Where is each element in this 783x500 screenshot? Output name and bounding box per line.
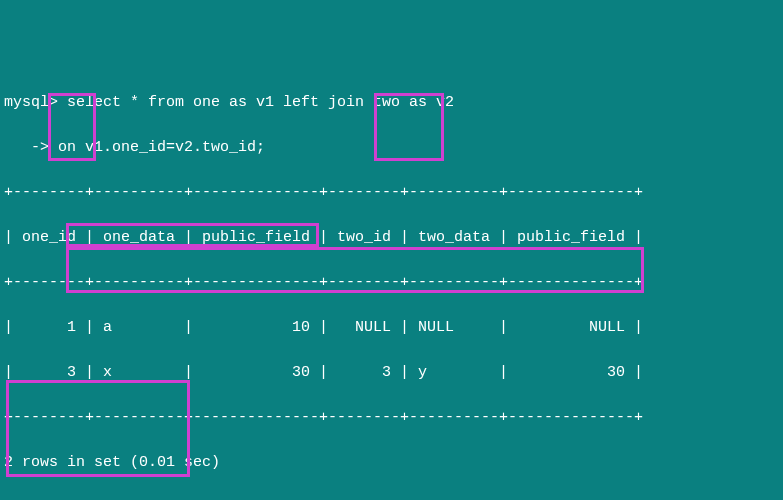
- table1-border-top: +--------+----------+--------------+----…: [4, 182, 779, 205]
- table1-result: 2 rows in set (0.01 sec): [4, 452, 779, 475]
- mysql-prompt: mysql>: [4, 94, 58, 111]
- query1-line1: mysql> select * from one as v1 left join…: [4, 92, 779, 115]
- table1-row1: | 1 | a | 10 | NULL | NULL | NULL |: [4, 317, 779, 340]
- continuation-prompt: ->: [4, 139, 49, 156]
- table1-row2: | 3 | x | 30 | 3 | y | 30 |: [4, 362, 779, 385]
- table1-header: | one_id | one_data | public_field | two…: [4, 227, 779, 250]
- query1-line2: -> on v1.one_id=v2.two_id;: [4, 137, 779, 160]
- table1-border-bot: +--------+----------+--------------+----…: [4, 407, 779, 430]
- table1-border-mid: +--------+----------+--------------+----…: [4, 272, 779, 295]
